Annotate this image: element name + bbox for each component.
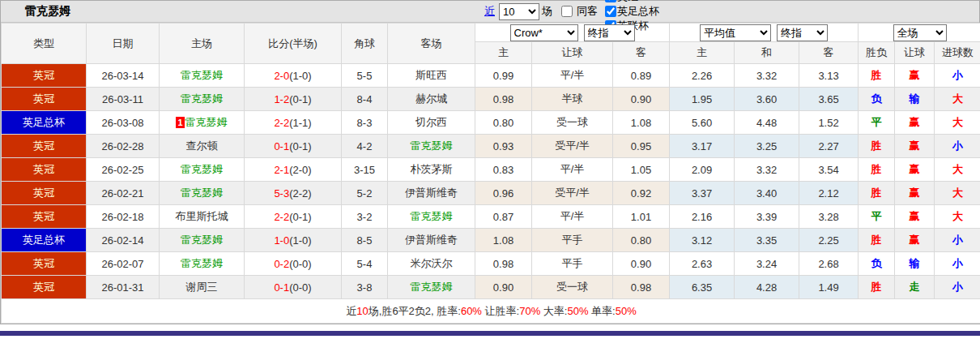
ah-away-odds-cell: 1.08 [613,111,670,135]
ah-handicap-cell: 平手 [532,252,613,276]
home-team-name: 雷克瑟姆 [181,234,223,246]
score-cell: 1-0(1-0) [245,229,342,252]
euro-source-select[interactable]: 平均值 [700,24,771,41]
away-team-name: 雷克瑟姆 [411,139,453,152]
home-team-name: 布里斯托城 [176,210,228,222]
match-row: 英冠26-02-28查尔顿0-1(0-1)4-2雷克瑟姆0.93受平/半0.95… [2,135,980,158]
ah-home-odds-cell: 0.99 [475,64,532,88]
date-cell: 26-03-11 [87,88,160,111]
score-cell: 2-1(2-0) [245,158,342,182]
ah-home-odds-cell: 0.83 [475,158,532,182]
euro-away-odds-cell: 1.49 [799,276,859,299]
away-team-name: 赫尔城 [415,92,447,105]
ah-away-odds-cell: 0.80 [613,229,670,252]
league-type-cell: 英冠 [2,64,87,88]
fulltime-score: 2-1 [274,164,289,176]
ah-away-odds-cell: 0.89 [613,64,670,88]
euro-home-odds-cell: 2.09 [670,158,735,182]
home-team-cell: 1雷克瑟姆 [160,111,245,135]
col-header-eu-home: 主 [670,42,735,64]
fulltime-score: 0-1 [274,140,289,152]
match-row: 英冠26-02-25雷克瑟姆2-1(2-0)3-15朴茨茅斯0.83平/半1.0… [2,158,980,182]
league-filter-checkbox-1[interactable] [605,6,616,17]
ah-home-odds-cell: 0.90 [475,276,532,299]
ah-home-odds-cell: 0.98 [475,88,532,111]
match-row: 英足总杯26-03-081雷克瑟姆2-2(1-1)8-3切尔西0.80受一球1.… [2,111,980,135]
ah-away-odds-cell: 0.98 [613,276,670,299]
result-goals-cell: 小 [935,135,980,158]
euro-draw-odds-cell: 3.39 [735,205,799,229]
away-team-name: 伊普斯维奇 [405,234,458,246]
home-team-cell: 雷克瑟姆 [160,182,245,205]
away-team-cell: 朴茨茅斯 [388,158,475,182]
corners-cell: 4-2 [342,135,388,158]
euro-odds-selector-zone: 平均值 终指 [670,24,859,42]
euro-stage-select[interactable]: 终指 [777,24,828,41]
same-away-label: 同客 [577,4,598,19]
score-cell: 1-2(0-1) [245,88,342,111]
league-filter-checkbox-0[interactable] [605,0,616,2]
euro-away-odds-cell: 3.54 [799,158,859,182]
match-row: 英冠26-02-07雷克瑟姆0-2(0-0)5-4米尔沃尔0.98平手0.902… [2,252,980,276]
match-row: 英冠26-03-11雷克瑟姆1-2(0-1)8-4赫尔城0.98半球0.901.… [2,88,980,111]
ah-stage-select[interactable]: 终指 [584,24,635,41]
result-outcome-cell: 胜 [859,182,895,205]
ah-handicap-cell: 受一球 [532,276,613,299]
euro-home-odds-cell: 1.95 [670,88,735,111]
match-history-page: 雷克瑟姆 近 10 场 同客 英冠英足总杯英联杯 类型 [0,0,980,336]
ah-handicap-cell: 平/半 [532,158,613,182]
summary-stat-label: 让胜率: [482,305,519,317]
corners-cell: 8-3 [342,111,388,135]
away-team-name: 朴茨茅斯 [411,163,453,175]
euro-away-odds-cell: 3.28 [799,205,859,229]
result-outcome-cell: 平 [859,205,895,229]
result-outcome-cell: 负 [859,88,895,111]
away-team-cell: 伊普斯维奇 [388,182,475,205]
euro-away-odds-cell: 3.65 [799,88,859,111]
halftime-score: (1-0) [289,70,311,82]
home-team-cell: 查尔顿 [160,135,245,158]
corners-cell: 3-8 [342,276,388,299]
summary-stat-label: 单率: [588,305,615,317]
away-team-name: 雷克瑟姆 [411,210,453,222]
col-header-result-goals: 进球数 [935,42,980,64]
col-header-corner: 角球 [342,24,388,64]
recent-link[interactable]: 近 [484,4,495,19]
same-away-checkbox[interactable] [561,6,573,17]
home-team-name: 雷克瑟姆 [181,92,223,105]
home-team-cell: 布里斯托城 [160,205,245,229]
away-team-name: 雷克瑟姆 [411,281,453,293]
bookmaker-select[interactable]: Crow* [510,24,578,41]
match-row: 英冠26-01-31谢周三0-1(0-0)3-8雷克瑟姆0.90受一球0.986… [2,276,980,299]
home-team-cell: 谢周三 [160,276,245,299]
date-cell: 26-03-14 [87,64,160,88]
away-team-name: 斯旺西 [415,69,447,81]
date-cell: 26-02-28 [87,135,160,158]
fulltime-score: 1-2 [274,93,289,105]
home-team-cell: 雷克瑟姆 [160,229,245,252]
ah-away-odds-cell: 1.01 [613,205,670,229]
euro-home-odds-cell: 2.16 [670,205,735,229]
recent-count-select[interactable]: 10 [499,3,539,20]
halftime-score: (1-1) [289,117,311,129]
result-handicap-cell: 输 [895,88,935,111]
ah-away-odds-cell: 0.90 [613,252,670,276]
col-header-away: 客场 [388,24,475,64]
corners-cell: 3-15 [342,158,388,182]
ah-handicap-cell: 受一球 [532,111,613,135]
topbar: 雷克瑟姆 近 10 场 同客 英冠英足总杯英联杯 [1,1,979,23]
col-header-ah-line: 让球 [532,42,613,64]
away-team-cell: 伊普斯维奇 [388,229,475,252]
euro-draw-odds-cell: 3.60 [735,88,799,111]
score-cell: 5-3(2-2) [245,182,342,205]
away-team-name: 切尔西 [415,116,447,128]
summary-stat-value: 50% [616,305,637,317]
halftime-score: (0-1) [289,140,311,152]
away-team-name: 米尔沃尔 [411,257,453,269]
corners-cell: 3-2 [342,205,388,229]
league-type-cell: 英冠 [2,88,87,111]
date-cell: 26-02-18 [87,205,160,229]
ah-home-odds-cell: 0.80 [475,111,532,135]
fulltime-score: 2-2 [274,117,289,129]
scope-select[interactable]: 全场 [893,24,947,41]
